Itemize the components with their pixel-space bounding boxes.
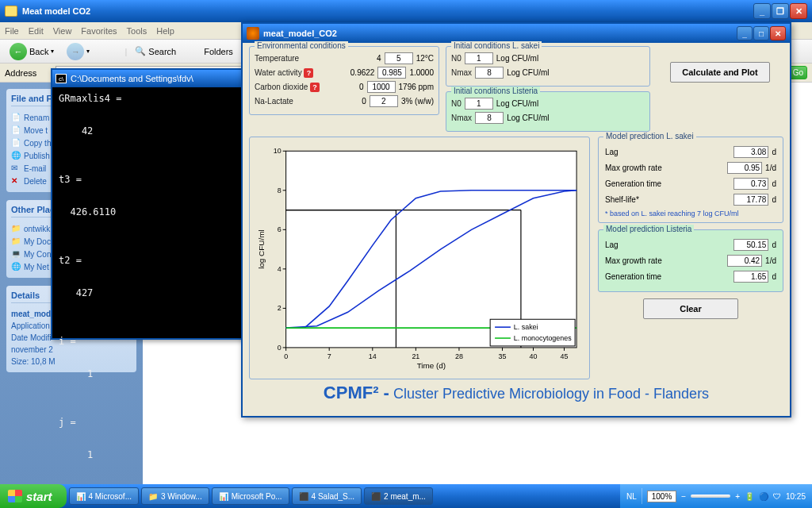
svg-text:7: 7 — [327, 352, 331, 360]
svg-text:45: 45 — [561, 352, 569, 360]
svg-text:4: 4 — [278, 265, 282, 273]
sakei-shelflife-output — [733, 194, 768, 206]
initial-conditions-sakei-panel: Initial conditions L. sakei N0Log CFU/ml… — [446, 46, 650, 87]
explorer-title: Meat model CO2 — [22, 6, 90, 16]
matlab-icon — [247, 27, 259, 40]
taskbar-item[interactable]: 📊 4 Microsof... — [69, 487, 139, 505]
back-button[interactable]: ←Back▾ — [5, 41, 59, 62]
taskbar-item[interactable]: ⬛ 4 Salad_S... — [292, 487, 362, 505]
menu-favorites[interactable]: Favorites — [81, 26, 117, 36]
svg-text:L. monocytogenes: L. monocytogenes — [514, 334, 572, 342]
sakei-gt-output — [733, 178, 768, 190]
tray-icon[interactable]: 🛡 — [773, 492, 781, 501]
start-button[interactable]: start — [0, 484, 67, 508]
svg-text:40: 40 — [530, 352, 538, 360]
command-window: c\ C:\Documents and Settings\fdv\ GRmaxl… — [51, 68, 244, 340]
sakei-nmax-input[interactable] — [475, 67, 504, 79]
svg-text:21: 21 — [412, 352, 419, 360]
shelf-life-note: * based on L. sakei reaching 7 log CFU/m… — [605, 210, 776, 217]
menu-view[interactable]: View — [53, 26, 72, 36]
app-footer-title: CPMF² - Cluster Predictive Microbiology … — [249, 383, 783, 403]
sakei-mgr-output — [727, 162, 762, 174]
svg-text:28: 28 — [455, 352, 463, 360]
svg-text:8: 8 — [278, 187, 282, 194]
zoom-plus-icon[interactable]: + — [735, 492, 740, 501]
tray-icon[interactable]: 🔵 — [759, 492, 768, 501]
matlab-minimize-button[interactable]: _ — [737, 26, 753, 40]
svg-text:10: 10 — [274, 147, 282, 155]
svg-text:2: 2 — [278, 304, 282, 312]
matlab-title-text: meat_model_CO2 — [263, 29, 337, 38]
matlab-maximize-button[interactable]: □ — [753, 26, 769, 40]
help-icon[interactable]: ? — [304, 68, 313, 78]
growth-chart: 071421283540450246810Time (d)log CFU/mlL… — [255, 142, 584, 372]
svg-text:6: 6 — [278, 225, 282, 233]
environmental-conditions-panel: Environmental conditions Temperature412°… — [249, 46, 439, 115]
calculate-and-plot-button[interactable]: Calculate and Plot — [670, 62, 769, 83]
language-indicator[interactable]: NL — [626, 492, 637, 501]
panel-legend: Model prediction Listeria — [603, 225, 694, 233]
na-lactate-input[interactable] — [370, 95, 398, 107]
folder-icon — [40, 68, 51, 78]
chart-panel: 071421283540450246810Time (d)log CFU/mlL… — [249, 137, 590, 379]
listeria-n0-input[interactable] — [465, 98, 493, 110]
svg-rect-0 — [286, 151, 576, 348]
sakei-n0-input[interactable] — [465, 52, 493, 64]
sakei-lag-output — [733, 146, 768, 158]
water-activity-input[interactable] — [377, 67, 406, 79]
cmd-icon: c\ — [56, 74, 67, 83]
panel-legend: Environmental conditions — [255, 41, 348, 50]
folder-icon — [5, 6, 17, 17]
zoom-minus-icon[interactable]: − — [681, 492, 686, 501]
windows-logo-icon — [8, 490, 22, 502]
taskbar-item[interactable]: 📊 Microsoft Po... — [212, 487, 289, 505]
matlab-close-button[interactable]: ✕ — [770, 26, 786, 40]
svg-text:Time (d): Time (d) — [417, 361, 446, 370]
taskbar: start 📊 4 Microsof... 📁 3 Window... 📊 Mi… — [0, 484, 812, 508]
temperature-input[interactable] — [385, 52, 413, 64]
svg-text:0: 0 — [284, 352, 288, 360]
address-label: Address — [5, 68, 36, 78]
svg-text:35: 35 — [499, 352, 507, 360]
svg-text:log CFU/ml: log CFU/ml — [257, 229, 266, 268]
listeria-gt-output — [733, 271, 768, 283]
temperature-label: Temperature — [255, 54, 373, 63]
listeria-lag-output — [733, 239, 768, 251]
help-icon[interactable]: ? — [310, 83, 320, 92]
co2-input[interactable] — [367, 81, 396, 93]
forward-button[interactable]: →▾ — [62, 41, 94, 62]
explorer-restore-button[interactable]: ❐ — [772, 3, 789, 19]
listeria-nmax-input[interactable] — [475, 112, 504, 124]
search-button[interactable]: 🔍Search — [130, 44, 181, 58]
panel-legend: Initial conditions Listeria — [451, 87, 540, 95]
menu-tools[interactable]: Tools — [127, 26, 147, 36]
matlab-window: meat_model_CO2 _ □ ✕ Environmental condi… — [241, 22, 791, 418]
taskbar-item-active[interactable]: ⬛ 2 meat_m... — [364, 487, 433, 505]
zoom-slider[interactable] — [691, 495, 730, 498]
explorer-close-button[interactable]: ✕ — [790, 3, 807, 19]
explorer-minimize-button[interactable]: _ — [753, 3, 771, 19]
listeria-mgr-output — [727, 255, 762, 267]
console-title-text: C:\Documents and Settings\fdv\ — [71, 74, 193, 83]
panel-legend: Model prediction L. sakei — [603, 132, 696, 140]
svg-text:L. sakei: L. sakei — [514, 323, 538, 331]
console-output: GRmaxlis4 = 42 t3 = 426.6110 t2 = 427 i … — [52, 87, 243, 466]
taskbar-item[interactable]: 📁 3 Window... — [141, 487, 209, 505]
system-tray: NL 100% − + 🔋 🔵 🛡 10:25 — [620, 484, 812, 508]
clear-button[interactable]: Clear — [643, 298, 738, 319]
prediction-listeria-panel: Model prediction Listeria Lagd Max growt… — [598, 229, 783, 292]
clock[interactable]: 10:25 — [786, 492, 806, 501]
svg-text:0: 0 — [278, 344, 282, 352]
menu-help[interactable]: Help — [156, 26, 174, 36]
console-titlebar[interactable]: c\ C:\Documents and Settings\fdv\ — [52, 70, 243, 87]
zoom-indicator[interactable]: 100% — [647, 491, 677, 502]
initial-conditions-listeria-panel: Initial conditions Listeria N0Log CFU/ml… — [446, 91, 650, 132]
menu-edit[interactable]: Edit — [29, 26, 44, 36]
explorer-titlebar: Meat model CO2 _ ❐ ✕ — [0, 0, 812, 22]
up-button[interactable] — [98, 44, 121, 60]
svg-text:14: 14 — [369, 352, 377, 360]
tray-icon[interactable]: 🔋 — [745, 492, 754, 501]
matlab-titlebar[interactable]: meat_model_CO2 _ □ ✕ — [243, 24, 790, 43]
menu-file[interactable]: File — [5, 26, 19, 36]
folders-button[interactable]: Folders — [184, 44, 238, 59]
